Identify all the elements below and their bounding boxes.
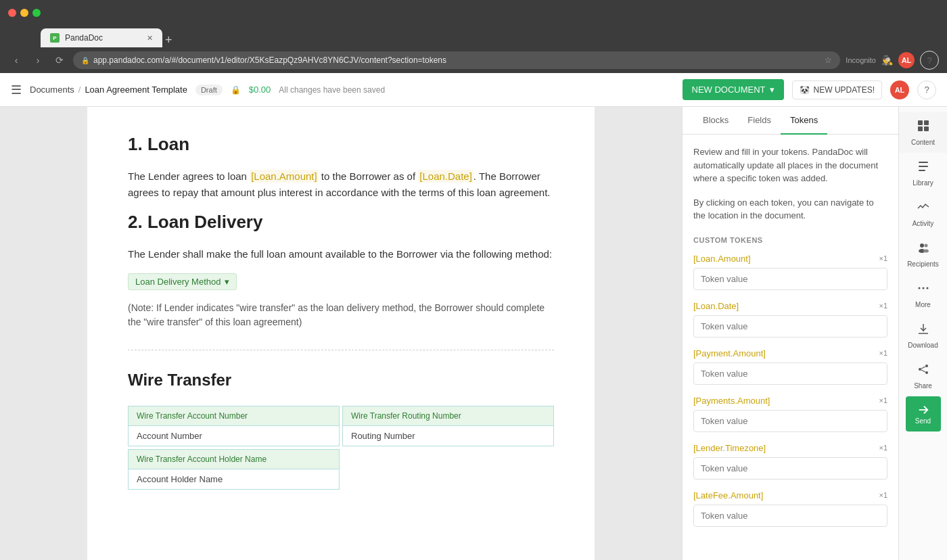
new-tab-button[interactable]: + xyxy=(165,33,172,47)
help-button[interactable]: ? xyxy=(920,51,939,70)
wire-account-holder-cell: Wire Transfer Account Holder Name Accoun… xyxy=(128,449,340,490)
new-updates-label: NEW UPDATES! xyxy=(814,85,875,95)
address-bar-row: ‹ › ⟳ 🔒 app.pandadoc.com/a/#/document/v1… xyxy=(0,47,947,73)
sidebar-item-activity[interactable]: Activity xyxy=(899,193,947,234)
content-label: Content xyxy=(911,139,935,146)
token-item-header: [Loan.Amount] ×1 xyxy=(693,254,887,264)
token-input-latefee-amount[interactable] xyxy=(693,505,887,527)
sidebar-description2: By clicking on each token, you can navig… xyxy=(693,196,887,223)
breadcrumb-separator: / xyxy=(78,85,81,95)
traffic-light-red[interactable] xyxy=(8,9,16,17)
forward-button[interactable]: › xyxy=(30,52,46,68)
send-button[interactable]: Send xyxy=(906,396,941,431)
more-icon xyxy=(917,281,930,298)
profile-button[interactable]: AL xyxy=(898,52,915,68)
svg-rect-6 xyxy=(919,170,925,171)
svg-point-8 xyxy=(924,244,927,248)
activity-icon xyxy=(917,200,930,217)
wire-routing-number-value: Routing Number xyxy=(342,426,554,446)
token-name[interactable]: [LateFee.Amount] xyxy=(693,490,763,500)
recipients-icon xyxy=(917,241,930,258)
token-count: ×1 xyxy=(879,349,887,357)
sidebar-item-recipients[interactable]: Recipients xyxy=(899,234,947,275)
browser-tab[interactable]: P PandaDoc ✕ xyxy=(41,28,162,47)
library-label: Library xyxy=(913,179,933,187)
svg-line-19 xyxy=(921,370,925,372)
token-name[interactable]: [Lender.Timezone] xyxy=(693,443,766,453)
new-updates-button[interactable]: 🐼 NEW UPDATES! xyxy=(792,80,882,99)
svg-rect-2 xyxy=(918,126,923,131)
main-layout: 1. Loan The Lender agrees to loan [Loan.… xyxy=(0,107,947,560)
svg-rect-3 xyxy=(924,126,929,131)
wire-account-number-cell: Wire Transfer Account Number Account Num… xyxy=(128,406,340,446)
traffic-light-green[interactable] xyxy=(32,9,41,17)
back-button[interactable]: ‹ xyxy=(8,52,24,68)
panda-icon: 🐼 xyxy=(800,85,810,95)
token-input-payments-amount[interactable] xyxy=(693,410,887,432)
token-count: ×1 xyxy=(879,491,887,499)
section2-note: (Note: If Lender indicates "wire transfe… xyxy=(128,301,554,329)
token-name[interactable]: [Loan.Amount] xyxy=(693,254,751,264)
document-page: 1. Loan The Lender agrees to loan [Loan.… xyxy=(87,107,595,560)
browser-chrome xyxy=(0,0,947,26)
new-document-button[interactable]: NEW DOCUMENT ▾ xyxy=(683,79,784,100)
share-icon xyxy=(917,363,930,379)
sidebar-item-more[interactable]: More xyxy=(899,275,947,315)
section1-body-start: The Lender agrees to loan xyxy=(128,170,250,182)
sidebar-item-share[interactable]: Share xyxy=(899,356,947,396)
refresh-button[interactable]: ⟳ xyxy=(51,52,68,68)
token-count: ×1 xyxy=(879,254,887,262)
help-icon-button[interactable]: ? xyxy=(917,80,936,99)
token-item-lender-timezone: [Lender.Timezone] ×1 xyxy=(693,443,887,480)
wire-table-row1: Wire Transfer Account Number Account Num… xyxy=(128,406,554,446)
tab-close-button[interactable]: ✕ xyxy=(147,34,153,43)
svg-rect-1 xyxy=(924,120,929,125)
user-avatar[interactable]: AL xyxy=(890,80,909,99)
token-input-payment-amount[interactable] xyxy=(693,363,887,385)
loan-amount-token[interactable]: [Loan.Amount] xyxy=(250,170,319,183)
address-bar[interactable]: 🔒 app.pandadoc.com/a/#/document/v1/edito… xyxy=(73,51,840,69)
section-divider xyxy=(128,350,554,350)
section2-body: The Lender shall make the full loan amou… xyxy=(128,246,554,262)
traffic-lights xyxy=(8,9,41,17)
token-name[interactable]: [Payments.Amount] xyxy=(693,396,770,406)
token-input-lender-timezone[interactable] xyxy=(693,457,887,480)
svg-rect-0 xyxy=(918,120,923,125)
download-label: Download xyxy=(908,342,938,349)
sidebar-tabs: Blocks Fields Tokens xyxy=(683,107,898,135)
wire-account-number-value: Account Number xyxy=(128,426,340,446)
token-name[interactable]: [Loan.Date] xyxy=(693,301,739,311)
right-sidebar: Blocks Fields Tokens Review and fill in … xyxy=(682,107,898,560)
sidebar-item-content[interactable]: Content xyxy=(899,112,947,153)
loan-delivery-method-dropdown[interactable]: Loan Delivery Method ▾ xyxy=(128,273,237,290)
breadcrumb-documents-link[interactable]: Documents xyxy=(30,85,74,95)
sidebar-content: Review and fill in your tokens. PandaDoc… xyxy=(683,135,898,560)
download-icon xyxy=(917,322,930,339)
svg-point-17 xyxy=(925,371,928,374)
sidebar-item-download[interactable]: Download xyxy=(899,315,947,356)
tab-blocks[interactable]: Blocks xyxy=(693,107,738,135)
token-count: ×1 xyxy=(879,302,887,310)
icon-sidebar: Content Library Activity xyxy=(898,107,947,560)
token-item-header: [Loan.Date] ×1 xyxy=(693,301,887,311)
hamburger-button[interactable]: ☰ xyxy=(11,83,22,97)
token-input-loan-amount[interactable] xyxy=(693,268,887,290)
sidebar-item-library[interactable]: Library xyxy=(899,153,947,193)
new-doc-btn-label: NEW DOCUMENT xyxy=(692,85,766,95)
library-icon xyxy=(917,160,930,177)
wire-account-holder-header: Wire Transfer Account Holder Name xyxy=(128,449,340,469)
document-area: 1. Loan The Lender agrees to loan [Loan.… xyxy=(0,107,682,560)
loan-date-token[interactable]: [Loan.Date] xyxy=(418,170,473,183)
tab-tokens[interactable]: Tokens xyxy=(781,107,827,135)
token-item-header: [Payments.Amount] ×1 xyxy=(693,396,887,406)
token-input-loan-date[interactable] xyxy=(693,315,887,337)
traffic-light-yellow[interactable] xyxy=(20,9,28,17)
content-icon xyxy=(917,119,930,136)
token-name[interactable]: [Payment.Amount] xyxy=(693,348,766,358)
send-label: Send xyxy=(915,417,931,425)
section1-heading: 1. Loan xyxy=(128,134,554,155)
token-item-header: [Payment.Amount] ×1 xyxy=(693,348,887,358)
token-item-loan-date: [Loan.Date] ×1 xyxy=(693,301,887,337)
section2-heading: 2. Loan Delivery xyxy=(128,212,554,233)
tab-fields[interactable]: Fields xyxy=(738,107,781,135)
